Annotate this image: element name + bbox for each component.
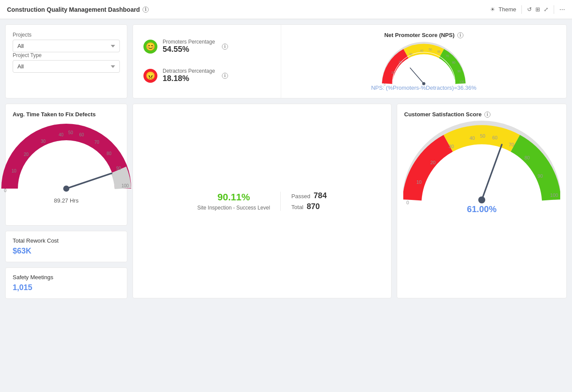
view-icon[interactable]: ⊞ (535, 6, 540, 13)
detractors-value: 18.18% (163, 74, 215, 83)
svg-text:30: 30 (41, 139, 46, 144)
csat-info-icon[interactable]: ℹ (484, 112, 490, 118)
theme-label[interactable]: Theme (499, 6, 516, 13)
detractors-info-icon[interactable]: ℹ (222, 73, 228, 79)
header-title-group: Construction Quality Management Dashboar… (7, 6, 149, 13)
svg-text:50: 50 (68, 130, 73, 135)
promoters-value: 54.55% (163, 45, 215, 54)
svg-text:90: 90 (116, 166, 121, 171)
site-total-stat: Total 870 (291, 202, 327, 211)
svg-text:80: 80 (524, 155, 530, 160)
header-divider-2 (554, 5, 554, 14)
svg-text:30: 30 (409, 53, 412, 56)
site-passed-label: Passed (291, 193, 310, 199)
site-inspection-right: Passed 784 Total 870 (281, 189, 327, 213)
avg-time-needle-center (63, 186, 69, 192)
promoters-label: Promoters Percentage (163, 39, 215, 45)
passive-label: Passive Percentage (163, 97, 209, 98)
svg-text:70: 70 (509, 142, 514, 147)
rework-cost-value: $63K (13, 247, 120, 256)
svg-text:20: 20 (398, 61, 402, 64)
avg-time-gauge-svg: 0 10 20 30 40 50 60 70 80 90 100 (1, 121, 132, 202)
projects-filter-group: Projects All (13, 32, 120, 52)
promoters-item: 😊 Promoters Percentage 54.55% ℹ (143, 34, 270, 59)
header: Construction Quality Management Dashboar… (0, 0, 572, 19)
theme-icon: ☀ (490, 6, 495, 13)
more-icon[interactable]: ⋯ (559, 6, 565, 13)
svg-text:10: 10 (392, 71, 395, 74)
header-divider (521, 5, 522, 14)
nps-title-row: Net Promoter Score (NPS) ℹ (384, 32, 463, 38)
site-passed-stat: Passed 784 (291, 191, 327, 200)
avg-time-title: Avg. Time Taken to Fix Defects (13, 111, 120, 118)
avg-time-gauge-container: 0 10 20 30 40 50 60 70 80 90 100 89.27 H… (13, 121, 120, 204)
svg-text:0: 0 (406, 200, 409, 205)
svg-text:40: 40 (470, 135, 475, 141)
site-inspection-card: 90.11% Site Inspection - Success Level P… (133, 104, 392, 298)
passive-emoji: 😐 (143, 98, 157, 99)
site-inspection-percentage: 90.11% (197, 192, 270, 203)
svg-text:10: 10 (11, 169, 17, 173)
passive-item: 😐 Passive Percentage 27.27% ℹ (143, 92, 270, 98)
nps-needle (410, 68, 424, 84)
svg-text:40: 40 (58, 132, 64, 137)
rework-cost-label: Total Rework Cost (13, 237, 120, 244)
bottom-left-area: Total Rework Cost $63K Safety Meetings 1… (5, 231, 127, 298)
safety-meetings-label: Safety Meetings (13, 274, 120, 280)
svg-text:40: 40 (420, 49, 424, 52)
projects-label: Projects (13, 32, 120, 38)
projects-select[interactable]: All (13, 40, 120, 52)
main-grid: Projects All Project Type All 😊 Promoter… (0, 19, 572, 392)
svg-text:60: 60 (437, 50, 441, 53)
csat-title-row: Customer Satisfaction Score ℹ (404, 111, 559, 118)
svg-text:100: 100 (122, 183, 129, 188)
avg-time-value: 89.27 Hrs (54, 197, 78, 204)
csat-gauge-svg: 0 10 20 30 40 50 60 70 80 90 100 (403, 119, 560, 211)
svg-text:0: 0 (4, 188, 7, 193)
safety-meetings-value: 1,015 (13, 283, 120, 292)
csat-value: 61.00% (467, 204, 497, 214)
expand-icon[interactable]: ⤢ (544, 6, 548, 13)
header-info-icon[interactable]: ℹ (143, 7, 149, 13)
svg-text:90: 90 (538, 173, 543, 179)
refresh-icon[interactable]: ↺ (527, 6, 532, 13)
csat-needle-center (478, 196, 485, 203)
header-actions: ☀ Theme ↺ ⊞ ⤢ ⋯ (490, 5, 565, 14)
rework-cost-card: Total Rework Cost $63K (5, 231, 127, 262)
detractors-emoji: 😠 (143, 69, 157, 83)
detractors-label: Detractors Percentage (163, 68, 215, 74)
csat-title: Customer Satisfaction Score (404, 111, 482, 118)
project-type-select[interactable]: All (13, 60, 120, 73)
nps-gauge-svg: 0 10 20 30 40 50 60 70 80 90 1 (354, 42, 494, 86)
csat-gauge-container: 0 10 20 30 40 50 60 70 80 90 100 61.00% (404, 119, 559, 214)
svg-text:50: 50 (480, 133, 485, 139)
nps-percentages: 😊 Promoters Percentage 54.55% ℹ 😠 Detrac… (133, 25, 281, 98)
safety-meetings-card: Safety Meetings 1,015 (5, 267, 127, 299)
svg-text:30: 30 (449, 144, 454, 149)
avg-time-needle (66, 173, 112, 189)
svg-text:60: 60 (79, 132, 84, 137)
nps-formula: NPS: (%Promoters-%Detractors)=36.36% (371, 84, 477, 91)
svg-text:20: 20 (24, 152, 29, 157)
svg-text:70: 70 (94, 140, 99, 145)
svg-text:100: 100 (459, 80, 464, 83)
nps-info-icon[interactable]: ℹ (457, 32, 463, 38)
promoters-emoji: 😊 (143, 40, 157, 54)
dashboard-title: Construction Quality Management Dashboar… (7, 6, 140, 13)
svg-text:80: 80 (452, 61, 456, 64)
site-total-value: 870 (306, 202, 320, 211)
svg-text:100: 100 (550, 193, 558, 198)
svg-text:10: 10 (416, 179, 422, 185)
csat-card: Customer Satisfaction Score ℹ 0 10 20 30… (397, 104, 567, 298)
svg-text:60: 60 (492, 135, 497, 140)
nps-gauge-area: Net Promoter Score (NPS) ℹ 0 (281, 25, 566, 98)
svg-text:80: 80 (106, 151, 112, 156)
detractors-item: 😠 Detractors Percentage 18.18% ℹ (143, 63, 270, 88)
site-inspection-left: 90.11% Site Inspection - Success Level (197, 192, 281, 211)
promoters-info-icon[interactable]: ℹ (222, 44, 228, 50)
csat-needle (482, 145, 502, 200)
avg-time-card: Avg. Time Taken to Fix Defects 0 10 20 3… (5, 104, 127, 226)
site-total-label: Total (291, 204, 303, 210)
filters-card: Projects All Project Type All (5, 24, 127, 98)
svg-text:90: 90 (457, 70, 461, 73)
